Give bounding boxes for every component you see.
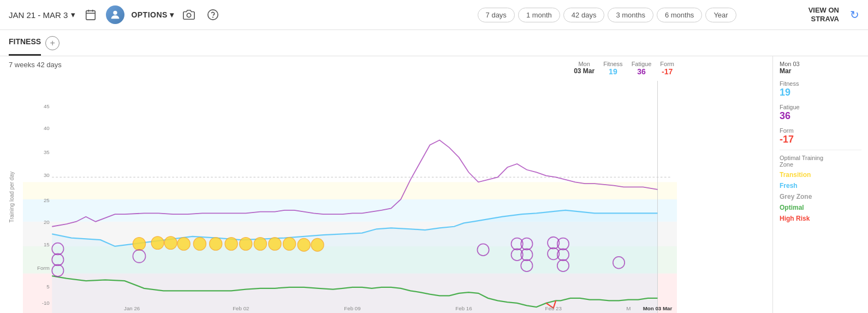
legend-form-item: Form -17 xyxy=(660,61,674,76)
svg-text:M: M xyxy=(626,305,631,311)
tab-bar: FITNESS + xyxy=(0,30,868,56)
legend-form-label: Form xyxy=(660,61,674,67)
sidebar-date: Mon 03Mar xyxy=(780,61,861,75)
svg-chart-wrapper: 45 40 35 30 25 20 15 Form 5 -10 xyxy=(23,81,677,313)
main-chart-svg: 45 40 35 30 25 20 15 Form 5 -10 xyxy=(23,81,677,313)
svg-text:30: 30 xyxy=(44,172,50,178)
time-filters: 7 days 1 month 42 days 3 months 6 months… xyxy=(478,8,736,22)
zone-transition-label: Transition xyxy=(780,171,861,179)
legend-form-value: -17 xyxy=(660,67,674,76)
date-range-dropdown-icon: ▾ xyxy=(71,10,75,20)
svg-point-32 xyxy=(164,237,177,250)
svg-text:Jan 26: Jan 26 xyxy=(124,305,140,311)
sidebar-fitness-value: 19 xyxy=(780,87,861,98)
svg-point-37 xyxy=(240,238,252,251)
sidebar-form-label: Form xyxy=(780,127,861,134)
svg-point-36 xyxy=(225,238,237,251)
legend-fatigue-value: 36 xyxy=(632,67,652,76)
options-label: OPTIONS xyxy=(131,10,168,19)
y-axis-label: Training load per day xyxy=(9,172,15,223)
sidebar-divider xyxy=(780,150,861,150)
42days-button[interactable]: 42 days xyxy=(563,8,605,22)
legend-fatigue-item: Fatigue 36 xyxy=(632,61,652,76)
zone-optimal-label: Optimal xyxy=(780,204,861,211)
svg-text:Feb 02: Feb 02 xyxy=(233,305,249,311)
sidebar-fatigue-value: 36 xyxy=(780,110,861,122)
sidebar-fitness: Fitness 19 xyxy=(780,80,861,98)
6months-button[interactable]: 6 months xyxy=(657,8,702,22)
svg-rect-0 xyxy=(86,11,96,20)
svg-point-33 xyxy=(177,238,190,251)
svg-text:25: 25 xyxy=(44,197,50,203)
svg-text:15: 15 xyxy=(44,241,50,247)
svg-point-6 xyxy=(208,10,218,20)
add-tab-button[interactable]: + xyxy=(45,36,60,50)
sidebar-form: Form -17 xyxy=(780,127,861,145)
options-dropdown-icon: ▾ xyxy=(170,10,174,19)
svg-text:20: 20 xyxy=(44,219,50,225)
zone-fresh-label: Fresh xyxy=(780,182,861,190)
svg-point-5 xyxy=(187,13,191,17)
view-on-strava-label: VIEW ONSTRAVA xyxy=(808,6,839,23)
1month-button[interactable]: 1 month xyxy=(518,8,560,22)
7days-button[interactable]: 7 days xyxy=(478,8,515,22)
svg-point-41 xyxy=(298,238,310,251)
date-range-label: JAN 21 - MAR 3 xyxy=(9,10,68,20)
legend-fitness-value: 19 xyxy=(603,67,622,76)
svg-text:45: 45 xyxy=(44,103,50,109)
fitness-tab[interactable]: FITNESS xyxy=(9,30,41,56)
3months-button[interactable]: 3 months xyxy=(608,8,653,22)
zone-grey-label: Grey Zone xyxy=(780,193,861,200)
main-area: 7 weeks 42 days Mon 03 Mar Fitness 19 Fa… xyxy=(0,56,868,313)
svg-text:Feb 23: Feb 23 xyxy=(545,305,562,311)
sidebar-month: Mar xyxy=(780,67,861,75)
legend-fatigue-label: Fatigue xyxy=(632,61,652,67)
svg-text:Form: Form xyxy=(37,265,50,271)
calendar-icon[interactable] xyxy=(82,6,99,23)
sidebar-fatigue-label: Fatigue xyxy=(780,104,861,110)
legend-date-item: Mon 03 Mar xyxy=(574,61,594,76)
chart-container: 7 weeks 42 days Mon 03 Mar Fitness 19 Fa… xyxy=(0,56,772,313)
help-icon[interactable] xyxy=(204,6,222,23)
sidebar-form-value: -17 xyxy=(780,134,861,145)
svg-text:Feb 16: Feb 16 xyxy=(455,305,472,311)
legend-date-label: Mon xyxy=(574,61,594,67)
year-button[interactable]: Year xyxy=(705,8,736,22)
camera-icon[interactable] xyxy=(180,6,198,23)
svg-text:Mon 03 Mar: Mon 03 Mar xyxy=(643,305,673,311)
svg-point-31 xyxy=(151,237,164,250)
zone-highrisk-label: High Risk xyxy=(780,215,861,222)
date-range-selector[interactable]: JAN 21 - MAR 3 ▾ xyxy=(9,10,75,20)
svg-point-29 xyxy=(133,238,145,251)
svg-text:Feb 09: Feb 09 xyxy=(344,305,361,311)
optimal-zone-label: Optimal TrainingZone xyxy=(780,155,861,168)
user-avatar[interactable] xyxy=(106,5,124,24)
legend-fitness-item: Fitness 19 xyxy=(603,61,622,76)
svg-text:35: 35 xyxy=(44,149,50,155)
legend-date-value: 03 Mar xyxy=(574,67,594,75)
svg-text:5: 5 xyxy=(46,284,50,290)
svg-point-39 xyxy=(269,238,281,251)
svg-text:40: 40 xyxy=(44,125,50,131)
svg-point-38 xyxy=(254,238,266,251)
svg-point-35 xyxy=(210,238,222,251)
svg-point-40 xyxy=(283,238,296,251)
view-on-strava-button[interactable]: VIEW ONSTRAVA xyxy=(808,6,839,23)
svg-rect-12 xyxy=(23,182,677,199)
sidebar-fitness-label: Fitness xyxy=(780,80,861,87)
svg-point-34 xyxy=(193,238,206,251)
sidebar-fatigue: Fatigue 36 xyxy=(780,104,861,122)
fitness-tab-label: FITNESS xyxy=(9,37,41,46)
header: JAN 21 - MAR 3 ▾ OPTIONS ▾ 7 xyxy=(0,0,868,30)
right-sidebar: Mon 03Mar Fitness 19 Fatigue 36 Form -17… xyxy=(772,56,868,313)
options-button[interactable]: OPTIONS ▾ xyxy=(131,10,174,19)
chart-stats: 7 weeks 42 days xyxy=(9,61,62,69)
svg-point-42 xyxy=(311,238,324,251)
chart-area: Training load per day xyxy=(0,81,677,313)
legend-fitness-label: Fitness xyxy=(603,61,622,67)
svg-point-4 xyxy=(114,11,117,15)
chart-legend: Mon 03 Mar Fitness 19 Fatigue 36 Form -1… xyxy=(574,61,674,76)
weeks-days-label: 7 weeks 42 days xyxy=(9,61,62,69)
refresh-icon[interactable]: ↻ xyxy=(850,8,859,21)
y-axis-container: Training load per day xyxy=(0,81,23,313)
